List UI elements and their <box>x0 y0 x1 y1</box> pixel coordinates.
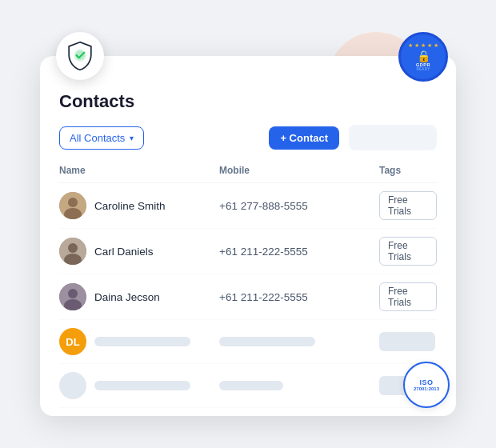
row-name-cell: Carl Daniels <box>59 238 219 265</box>
table-header: Name Mobile Tags <box>59 165 437 183</box>
gdpr-badge: ★ ★ ★ ★ ★ 🔒 GDPR READY <box>398 32 448 82</box>
avatar-ghost <box>59 372 86 399</box>
gdpr-sublabel: READY <box>416 67 430 71</box>
skeleton-name <box>94 381 190 390</box>
chevron-down-icon: ▾ <box>130 134 134 142</box>
contact-mobile: +61 211-222-5555 <box>219 291 379 303</box>
add-contact-label: + Contact <box>280 132 328 144</box>
avatar <box>59 192 86 219</box>
contact-mobile: +61 211-222-5555 <box>219 246 379 258</box>
shield-icon <box>65 41 95 71</box>
tag-chip: Free Trials <box>379 191 437 220</box>
gdpr-lock-icon: 🔒 <box>417 50 430 62</box>
row-name-cell-skeleton <box>59 372 219 399</box>
col-header-tags: Tags <box>379 165 437 176</box>
search-input[interactable] <box>349 125 437 150</box>
svg-point-9 <box>68 289 78 298</box>
table-row: Caroline Smith +61 277-888-5555 Free Tri… <box>59 183 437 229</box>
skeleton-name <box>94 337 190 346</box>
svg-point-6 <box>68 243 78 253</box>
tags-cell: Free Trials <box>379 191 437 220</box>
iso-badge: ISO 27001:2013 <box>403 362 450 408</box>
tag-chip: Free Trials <box>379 237 437 266</box>
table-row: Carl Daniels +61 211-222-5555 Free Trial… <box>59 229 437 274</box>
table-row: Daina Jecson +61 211-222-5555 Free Trial… <box>59 274 437 320</box>
skeleton-tag <box>379 332 437 351</box>
skeleton-mobile <box>219 381 379 390</box>
contact-name: Carl Daniels <box>94 246 154 258</box>
add-contact-button[interactable]: + Contact <box>269 126 339 150</box>
row-name-cell: Caroline Smith <box>59 192 219 219</box>
contact-name: Caroline Smith <box>94 200 166 212</box>
col-header-mobile: Mobile <box>219 165 379 176</box>
avatar <box>59 238 86 265</box>
toolbar: All Contacts ▾ + Contact <box>59 125 437 150</box>
contact-name: Daina Jecson <box>94 291 160 303</box>
iso-label: ISO <box>419 378 433 386</box>
col-header-name: Name <box>59 165 219 176</box>
tag-chip: Free Trials <box>379 282 437 311</box>
avatar <box>59 283 86 310</box>
gdpr-stars: ★ ★ ★ ★ ★ <box>408 42 438 49</box>
table-row-skeleton <box>59 364 437 408</box>
row-name-cell-skeleton: DL <box>59 328 219 355</box>
svg-point-3 <box>68 198 78 207</box>
contact-mobile: +61 277-888-5555 <box>219 200 379 212</box>
avatar-image <box>59 283 86 310</box>
page-title: Contacts <box>59 91 437 112</box>
main-card: Contacts All Contacts ▾ + Contact Name M… <box>40 56 456 416</box>
row-name-cell: Daina Jecson <box>59 283 219 310</box>
avatar-image <box>59 238 86 265</box>
table-row-skeleton: DL <box>59 320 437 364</box>
shield-badge <box>56 32 104 80</box>
avatar-image <box>59 192 86 219</box>
tags-cell: Free Trials <box>379 282 437 311</box>
iso-number: 27001:2013 <box>414 386 439 391</box>
filter-dropdown[interactable]: All Contacts ▾ <box>59 126 144 150</box>
skeleton-mobile <box>219 337 379 346</box>
filter-label: All Contacts <box>70 132 125 144</box>
avatar-initials: DL <box>59 328 86 355</box>
tags-cell: Free Trials <box>379 237 437 266</box>
